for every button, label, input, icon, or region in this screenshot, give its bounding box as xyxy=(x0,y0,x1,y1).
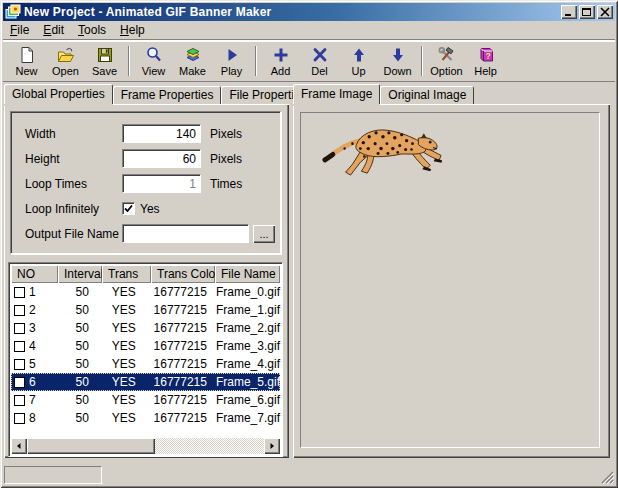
properties-tab-control: Global Properties Frame Properties File … xyxy=(4,84,289,458)
frame-row-3[interactable]: 3 50 YES 16777215 Frame_2.gif xyxy=(11,319,280,337)
toolbar-separator xyxy=(421,46,423,76)
width-row: Width Pixels xyxy=(25,121,280,146)
open-button[interactable]: Open xyxy=(46,44,85,79)
view-magnifier-icon xyxy=(145,46,163,64)
column-header-interval[interactable]: Interval xyxy=(58,265,102,283)
column-header-trans-color[interactable]: Trans Color xyxy=(151,265,215,283)
window-title: New Project - Animated GIF Banner Maker xyxy=(24,5,561,19)
row-checkbox[interactable] xyxy=(14,359,25,370)
scroll-right-arrow-icon xyxy=(268,442,276,450)
option-button[interactable]: Option xyxy=(427,44,466,79)
close-button[interactable] xyxy=(597,5,613,19)
scroll-right-button[interactable] xyxy=(264,438,280,454)
horizontal-scrollbar[interactable] xyxy=(11,438,280,454)
up-button[interactable]: Up xyxy=(339,44,378,79)
menu-tools[interactable]: Tools xyxy=(71,21,113,40)
cell-trans-color: 16777215 xyxy=(148,303,210,317)
cell-no: 8 xyxy=(29,411,36,425)
help-book-icon: ? xyxy=(477,46,495,64)
output-file-label: Output File Name xyxy=(25,227,122,241)
loop-times-suffix: Times xyxy=(210,177,242,191)
width-label: Width xyxy=(25,127,122,141)
frame-row-2[interactable]: 2 50 YES 16777215 Frame_1.gif xyxy=(11,301,280,319)
new-button[interactable]: New xyxy=(7,44,46,79)
status-message xyxy=(4,466,102,484)
list-empty-area xyxy=(11,427,280,438)
loop-times-input[interactable] xyxy=(122,174,201,193)
frame-row-8[interactable]: 8 50 YES 16777215 Frame_7.gif xyxy=(11,409,280,427)
output-file-input[interactable] xyxy=(122,224,249,243)
maximize-icon xyxy=(581,7,593,17)
row-checkbox[interactable] xyxy=(14,377,25,388)
frame-row-7[interactable]: 7 50 YES 16777215 Frame_6.gif xyxy=(11,391,280,409)
title-bar[interactable]: New Project - Animated GIF Banner Maker xyxy=(3,3,615,21)
minimize-button[interactable] xyxy=(561,5,577,19)
frame-row-4[interactable]: 4 50 YES 16777215 Frame_3.gif xyxy=(11,337,280,355)
view-button[interactable]: View xyxy=(134,44,173,79)
frame-list-header: NO Interval Trans Trans Color File Name xyxy=(11,265,280,283)
cell-interval: 50 xyxy=(57,321,100,335)
row-checkbox[interactable] xyxy=(14,305,25,316)
maximize-button[interactable] xyxy=(579,5,595,19)
loop-infinitely-row: Loop Infinitely Yes xyxy=(25,196,280,221)
toolbar-separator xyxy=(255,46,257,76)
height-suffix: Pixels xyxy=(210,152,242,166)
scrollbar-thumb[interactable] xyxy=(27,438,155,454)
tab-frame-image[interactable]: Frame Image xyxy=(293,84,380,104)
cell-file-name: Frame_1.gif xyxy=(210,303,280,317)
help-button[interactable]: ? Help xyxy=(466,44,505,79)
make-button[interactable]: Make xyxy=(173,44,212,79)
tab-global-properties[interactable]: Global Properties xyxy=(4,84,113,104)
scrollbar-track[interactable] xyxy=(155,438,264,454)
cell-interval: 50 xyxy=(57,411,100,425)
new-document-icon xyxy=(18,46,36,64)
loop-infinitely-label: Loop Infinitely xyxy=(25,202,122,216)
cell-file-name: Frame_2.gif xyxy=(210,321,280,335)
menu-help[interactable]: Help xyxy=(113,21,152,40)
frame-row-1[interactable]: 1 50 YES 16777215 Frame_0.gif xyxy=(11,283,280,301)
tab-frame-properties[interactable]: Frame Properties xyxy=(113,86,222,104)
column-header-trans[interactable]: Trans xyxy=(102,265,151,283)
row-checkbox[interactable] xyxy=(14,395,25,406)
output-file-row: Output File Name ... xyxy=(25,221,280,246)
column-header-file-name[interactable]: File Name xyxy=(215,265,280,283)
resize-grip-icon[interactable] xyxy=(601,471,614,484)
menu-file[interactable]: File xyxy=(3,21,36,40)
browse-button[interactable]: ... xyxy=(253,225,275,243)
height-input[interactable] xyxy=(122,149,201,168)
frame-row-6-selected[interactable]: 6 50 YES 16777215 Frame_5.gif xyxy=(11,373,280,391)
height-row: Height Pixels xyxy=(25,146,280,171)
menu-edit[interactable]: Edit xyxy=(36,21,71,40)
play-icon xyxy=(223,46,241,64)
frame-image-panel xyxy=(293,104,610,458)
loop-infinitely-checkbox[interactable] xyxy=(122,202,135,215)
row-checkbox[interactable] xyxy=(14,287,25,298)
make-layers-icon xyxy=(184,46,202,64)
cell-interval: 50 xyxy=(57,303,100,317)
tab-original-image[interactable]: Original Image xyxy=(380,86,474,104)
frame-image-preview xyxy=(300,112,600,448)
open-folder-icon xyxy=(57,46,75,64)
row-checkbox[interactable] xyxy=(14,323,25,334)
cell-trans-color: 16777215 xyxy=(148,357,210,371)
delete-x-icon xyxy=(311,46,329,64)
properties-tabs: Global Properties Frame Properties File … xyxy=(4,84,289,104)
down-button[interactable]: Down xyxy=(378,44,417,79)
down-arrow-icon xyxy=(389,46,407,64)
delete-button[interactable]: Del xyxy=(300,44,339,79)
width-input[interactable] xyxy=(122,124,201,143)
add-button[interactable]: Add xyxy=(261,44,300,79)
frame-row-5[interactable]: 5 50 YES 16777215 Frame_4.gif xyxy=(11,355,280,373)
status-bar xyxy=(3,463,615,485)
save-button[interactable]: Save xyxy=(85,44,124,79)
frame-list: NO Interval Trans Trans Color File Name … xyxy=(8,262,283,457)
cell-trans: YES xyxy=(100,321,148,335)
row-checkbox[interactable] xyxy=(14,413,25,424)
up-arrow-icon xyxy=(350,46,368,64)
play-button[interactable]: Play xyxy=(212,44,251,79)
cell-trans-color: 16777215 xyxy=(148,375,210,389)
row-checkbox[interactable] xyxy=(14,341,25,352)
loop-infinitely-yes-label: Yes xyxy=(140,202,160,216)
column-header-no[interactable]: NO xyxy=(11,265,58,283)
scroll-left-button[interactable] xyxy=(11,438,27,454)
